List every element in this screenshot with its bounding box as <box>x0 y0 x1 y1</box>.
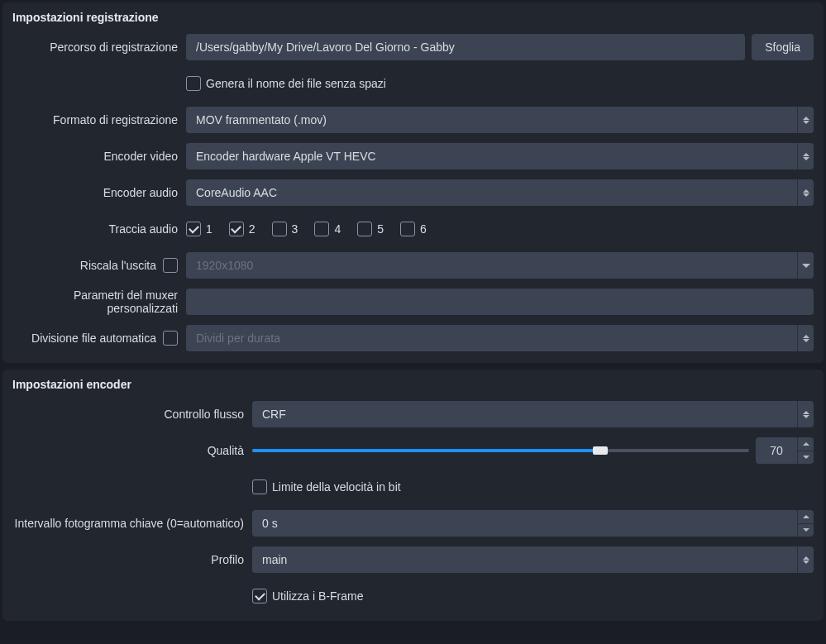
checkbox-track-2[interactable] <box>229 222 244 236</box>
bitrate-limit-option[interactable]: Limite della velocità in bit <box>252 479 401 494</box>
track-2[interactable]: 2 <box>229 222 255 236</box>
row-recording-path: Percorso di registrazione Sfoglia <box>12 34 814 60</box>
quality-step-up[interactable] <box>797 437 814 451</box>
label-rescale: Riscala l'uscita <box>80 259 156 272</box>
track-6[interactable]: 6 <box>400 222 427 236</box>
row-muxer: Parametri del muxer personalizzati <box>12 289 814 315</box>
chevron-down-icon[interactable] <box>797 252 814 279</box>
checkbox-track-4[interactable] <box>314 222 329 236</box>
input-muxer[interactable] <box>186 289 814 315</box>
select-video-encoder[interactable]: Encoder hardware Apple VT HEVC <box>186 143 814 169</box>
label-keyframe: Intervallo fotogramma chiave (0=automati… <box>12 517 252 530</box>
input-keyframe[interactable]: 0 s <box>252 510 814 537</box>
keyframe-step-down[interactable] <box>797 524 814 537</box>
quality-stepper <box>797 437 814 464</box>
spinner-icon[interactable] <box>797 325 814 351</box>
bframe-option[interactable]: Utilizza i B-Frame <box>252 589 363 603</box>
checkbox-track-3[interactable] <box>272 222 287 236</box>
slider-thumb[interactable] <box>593 446 608 455</box>
select-rescale[interactable]: 1920x1080 <box>186 252 814 279</box>
quality-step-down[interactable] <box>797 451 814 465</box>
label-bitrate-limit: Limite della velocità in bit <box>272 480 401 494</box>
track-3[interactable]: 3 <box>272 222 298 236</box>
row-quality: Qualità 70 <box>12 437 814 464</box>
select-split[interactable]: Dividi per durata <box>186 325 814 351</box>
row-recording-format: Formato di registrazione MOV frammentato… <box>12 107 814 133</box>
row-no-spaces: Genera il nome dei file senza spazi <box>12 70 814 97</box>
label-recording-format: Formato di registrazione <box>12 113 186 126</box>
row-rescale: Riscala l'uscita 1920x1080 <box>12 252 814 279</box>
select-audio-encoder[interactable]: CoreAudio AAC <box>186 179 814 206</box>
label-video-encoder: Encoder video <box>12 150 186 163</box>
keyframe-step-up[interactable] <box>797 510 814 524</box>
checkbox-no-spaces[interactable] <box>186 76 201 91</box>
quality-slider[interactable] <box>252 449 749 452</box>
spinner-icon[interactable] <box>797 401 814 427</box>
label-no-spaces: Genera il nome dei file senza spazi <box>206 77 386 90</box>
select-rate-control[interactable]: CRF <box>252 401 814 427</box>
label-muxer: Parametri del muxer personalizzati <box>12 289 186 315</box>
recording-settings-panel: Impostazioni registrazione Percorso di r… <box>2 2 824 363</box>
label-quality: Qualità <box>12 444 252 457</box>
label-audio-tracks: Traccia audio <box>12 222 186 236</box>
row-bitrate-limit: Limite della velocità in bit <box>12 474 814 500</box>
spinner-icon[interactable] <box>797 179 814 206</box>
encoder-settings-title: Impostazioni encoder <box>12 378 814 391</box>
track-group: 1 2 3 4 5 6 <box>186 222 427 236</box>
row-profile: Profilo main <box>12 546 814 573</box>
checkbox-bframe[interactable] <box>252 589 267 603</box>
track-4[interactable]: 4 <box>314 222 341 236</box>
recording-settings-title: Impostazioni registrazione <box>12 11 814 24</box>
checkbox-track-5[interactable] <box>357 222 372 236</box>
row-audio-tracks: Traccia audio 1 2 3 4 5 6 <box>12 216 814 242</box>
label-profile: Profilo <box>12 553 252 566</box>
checkbox-bitrate-limit[interactable] <box>252 479 267 494</box>
no-spaces-option[interactable]: Genera il nome dei file senza spazi <box>186 76 386 91</box>
select-recording-format[interactable]: MOV frammentato (.mov) <box>186 107 814 133</box>
keyframe-stepper <box>797 510 814 537</box>
checkbox-rescale[interactable] <box>163 258 178 273</box>
track-1[interactable]: 1 <box>186 222 212 236</box>
spinner-icon[interactable] <box>797 143 814 169</box>
encoder-settings-panel: Impostazioni encoder Controllo flusso CR… <box>2 370 824 621</box>
select-profile[interactable]: main <box>252 546 814 573</box>
label-bframe: Utilizza i B-Frame <box>272 589 363 603</box>
quality-value[interactable]: 70 <box>756 437 797 464</box>
input-recording-path[interactable] <box>186 34 745 60</box>
track-5[interactable]: 5 <box>357 222 384 236</box>
label-split: Divisione file automatica <box>31 332 156 345</box>
row-keyframe: Intervallo fotogramma chiave (0=automati… <box>12 510 814 537</box>
label-rate-control: Controllo flusso <box>12 408 252 421</box>
browse-button[interactable]: Sfoglia <box>752 34 814 60</box>
checkbox-split[interactable] <box>163 331 178 346</box>
label-audio-encoder: Encoder audio <box>12 186 186 199</box>
spinner-icon[interactable] <box>797 546 814 573</box>
row-rate-control: Controllo flusso CRF <box>12 401 814 427</box>
row-split: Divisione file automatica Dividi per dur… <box>12 325 814 351</box>
row-bframe: Utilizza i B-Frame <box>12 583 814 609</box>
checkbox-track-1[interactable] <box>186 222 201 236</box>
checkbox-track-6[interactable] <box>400 222 415 236</box>
row-audio-encoder: Encoder audio CoreAudio AAC <box>12 179 814 206</box>
spinner-icon[interactable] <box>797 107 814 133</box>
row-video-encoder: Encoder video Encoder hardware Apple VT … <box>12 143 814 169</box>
label-recording-path: Percorso di registrazione <box>12 41 186 54</box>
